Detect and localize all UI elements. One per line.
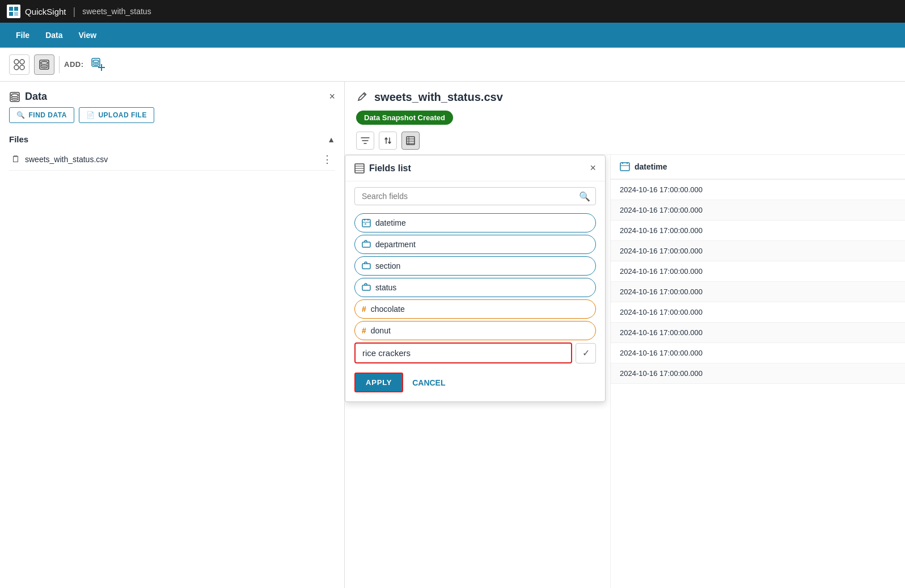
field-name-section: section: [375, 261, 400, 270]
upload-icon: 📄: [86, 111, 95, 119]
table-row: 2024-10-16 17:00:00.000: [611, 343, 905, 363]
title-separator: |: [73, 6, 76, 18]
fields-list-panel: Fields list × 🔍: [345, 155, 606, 402]
field-item-department[interactable]: department: [354, 235, 596, 254]
apply-button[interactable]: APPLY: [354, 373, 403, 392]
data-sources-btn[interactable]: [9, 54, 29, 75]
string-icon-status: [362, 283, 371, 292]
data-table-area: datetime 2024-10-16 17:00:00.0002024-10-…: [610, 155, 905, 588]
menu-file[interactable]: File: [9, 27, 36, 43]
menu-data[interactable]: Data: [39, 27, 69, 43]
fields-list-close-button[interactable]: ×: [590, 162, 596, 174]
svg-point-9: [41, 61, 48, 64]
svg-rect-31: [362, 264, 370, 269]
search-icon: 🔍: [579, 191, 590, 202]
fields-list-header: Fields list ×: [345, 155, 605, 181]
dataset-btn[interactable]: [34, 54, 54, 75]
field-edit-confirm-button[interactable]: ✓: [576, 343, 596, 363]
main-content: Data × 🔍 FIND DATA 📄 UPLOAD FILE Files ▲…: [0, 82, 905, 588]
svg-rect-3: [14, 12, 18, 16]
field-item-chocolate[interactable]: # chocolate: [354, 299, 596, 319]
table-rows-container: 2024-10-16 17:00:00.0002024-10-16 17:00:…: [611, 180, 905, 384]
number-icon-chocolate: #: [362, 304, 366, 314]
svg-rect-32: [362, 285, 370, 290]
svg-point-11: [93, 60, 99, 62]
fields-search-input[interactable]: [354, 187, 596, 205]
data-panel-title: Data: [25, 91, 47, 103]
table-row: 2024-10-16 17:00:00.000: [611, 221, 905, 241]
data-content: Fields list × 🔍: [345, 155, 905, 588]
field-item-section[interactable]: section: [354, 256, 596, 276]
find-data-icon: 🔍: [16, 111, 26, 119]
table-row: 2024-10-16 17:00:00.000: [611, 363, 905, 384]
add-label: ADD:: [64, 60, 84, 69]
svg-rect-1: [14, 7, 18, 11]
panel-header: Data ×: [0, 82, 344, 107]
fields-list-title-text: Fields list: [369, 163, 411, 174]
svg-point-7: [20, 65, 24, 70]
left-panel: Data × 🔍 FIND DATA 📄 UPLOAD FILE Files ▲…: [0, 82, 345, 588]
table-row: 2024-10-16 17:00:00.000: [611, 261, 905, 282]
menu-bar: File Data View: [0, 23, 905, 48]
panel-buttons: 🔍 FIND DATA 📄 UPLOAD FILE: [0, 107, 344, 130]
svg-point-15: [11, 94, 18, 96]
files-header: Files ▲: [9, 134, 335, 144]
table-row: 2024-10-16 17:00:00.000: [611, 302, 905, 323]
close-panel-button[interactable]: ×: [329, 91, 335, 103]
file-item-left: 🗒 sweets_with_status.csv: [11, 154, 108, 164]
number-icon-donut: #: [362, 326, 366, 335]
collapse-icon[interactable]: ▲: [327, 135, 335, 144]
find-data-label: FIND DATA: [29, 111, 67, 119]
datetime-icon: [362, 218, 371, 227]
svg-rect-30: [362, 242, 370, 247]
field-item-status[interactable]: status: [354, 278, 596, 297]
add-dataset-btn[interactable]: [88, 55, 108, 74]
right-panel-title: sweets_with_status.csv: [356, 91, 894, 104]
find-data-button[interactable]: 🔍 FIND DATA: [9, 107, 74, 123]
field-name-donut: donut: [371, 326, 391, 335]
table-row: 2024-10-16 17:00:00.000: [611, 200, 905, 221]
datetime-col-icon: [620, 162, 630, 172]
svg-rect-25: [362, 219, 370, 227]
edit-icon: [356, 91, 369, 104]
cancel-button[interactable]: CANCEL: [412, 378, 445, 387]
right-panel-header: sweets_with_status.csv Data Snapshot Cre…: [345, 82, 905, 155]
menu-view[interactable]: View: [71, 27, 103, 43]
file-menu-button[interactable]: ⋮: [322, 153, 333, 166]
app-logo: QuickSight: [7, 5, 66, 18]
toolbar: ADD:: [0, 48, 905, 82]
field-item-datetime[interactable]: datetime: [354, 213, 596, 232]
table-view-button[interactable]: [401, 132, 420, 150]
filter-button[interactable]: [356, 132, 374, 150]
table-row: 2024-10-16 17:00:00.000: [611, 323, 905, 343]
data-table-header: datetime: [611, 155, 905, 180]
panel-title: Data: [9, 91, 47, 103]
fields-search-container: 🔍: [345, 181, 605, 211]
field-edit-input[interactable]: [354, 342, 572, 363]
svg-point-6: [14, 65, 19, 70]
document-name: sweets_with_status: [82, 7, 151, 16]
toolbar-separator: [59, 56, 60, 73]
fields-list-title: Fields list: [354, 163, 411, 174]
snapshot-badge: Data Snapshot Created: [356, 111, 453, 125]
string-icon-department: [362, 240, 371, 249]
field-name-status: status: [375, 283, 396, 292]
sort-button[interactable]: [379, 132, 397, 150]
table-row: 2024-10-16 17:00:00.000: [611, 282, 905, 302]
table-row: 2024-10-16 17:00:00.000: [611, 241, 905, 261]
upload-file-button[interactable]: 📄 UPLOAD FILE: [79, 107, 154, 123]
files-title: Files: [9, 134, 28, 144]
right-panel-filename: sweets_with_status.csv: [374, 91, 503, 104]
upload-label: UPLOAD FILE: [98, 111, 147, 119]
edit-field-row: ✓: [354, 342, 596, 363]
title-bar: QuickSight | sweets_with_status: [0, 0, 905, 23]
fields-icon: [354, 163, 365, 174]
svg-rect-0: [9, 7, 13, 11]
datetime-column-header: datetime: [635, 162, 667, 171]
logo-icon: [7, 5, 20, 18]
files-section: Files ▲ 🗒 sweets_with_status.csv ⋮: [0, 130, 344, 175]
fields-action-row: APPLY CANCEL: [345, 366, 605, 392]
file-name: sweets_with_status.csv: [25, 155, 108, 164]
field-item-donut[interactable]: # donut: [354, 321, 596, 340]
field-name-datetime: datetime: [375, 218, 406, 227]
